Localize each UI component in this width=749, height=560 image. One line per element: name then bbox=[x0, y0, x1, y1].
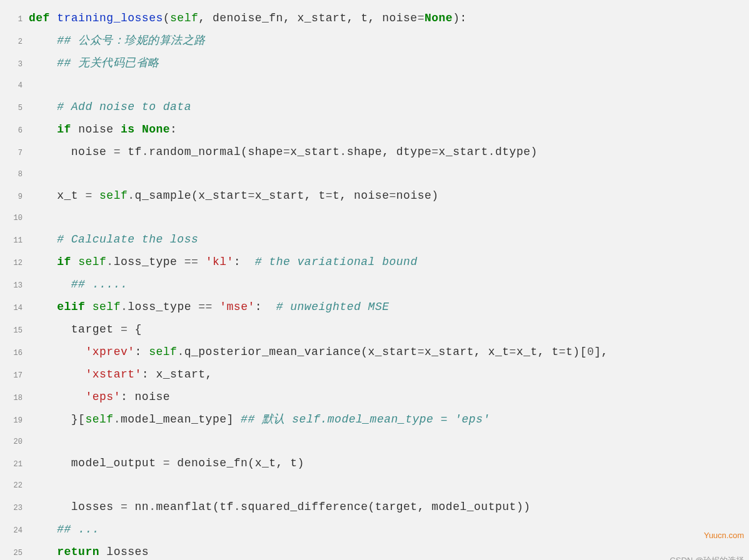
line-number: 5 bbox=[0, 98, 29, 119]
token: : bbox=[255, 301, 276, 313]
code-line: 2 ## 公众号：珍妮的算法之路 bbox=[0, 30, 749, 52]
code-content: if self.loss_type == 'kl': # the variati… bbox=[29, 251, 749, 272]
token bbox=[93, 189, 99, 202]
token: ( bbox=[163, 12, 170, 24]
line-number: 4 bbox=[0, 75, 29, 96]
token: }[ bbox=[29, 413, 85, 426]
token: # unweighted MSE bbox=[276, 301, 390, 313]
code-line: 25 return losses bbox=[0, 541, 749, 560]
token bbox=[29, 34, 57, 47]
token: model_mean_type] bbox=[121, 413, 241, 426]
code-content: model_output = denoise_fn(x_t, t) bbox=[29, 452, 749, 474]
token: random_normal(shape bbox=[149, 146, 283, 158]
code-line: 12 if self.loss_type == 'kl': # the vari… bbox=[0, 251, 749, 274]
line-number: 10 bbox=[0, 208, 29, 229]
code-line: 19 }[self.model_mean_type] ## 默认 self.mo… bbox=[0, 409, 749, 431]
token bbox=[29, 301, 57, 313]
token: loss_type bbox=[114, 256, 184, 268]
token: target bbox=[29, 323, 121, 336]
line-number: 19 bbox=[0, 410, 29, 431]
token: def bbox=[29, 12, 50, 24]
line-number: 6 bbox=[0, 120, 29, 141]
code-line: 17 'xstart': x_start, bbox=[0, 364, 749, 386]
line-number: 12 bbox=[0, 252, 29, 274]
code-line: 6 if noise is None: bbox=[0, 119, 749, 141]
token bbox=[85, 301, 92, 313]
token: None bbox=[142, 123, 170, 136]
line-number: 2 bbox=[0, 31, 29, 52]
code-content: elif self.loss_type == 'mse': # unweight… bbox=[29, 296, 749, 318]
token: x_start bbox=[439, 146, 488, 158]
line-number: 18 bbox=[0, 388, 29, 409]
token: denoise_fn(x_t, t) bbox=[170, 457, 304, 469]
code-line: 16 'xprev': self.q_posterior_mean_varian… bbox=[0, 341, 749, 364]
code-content: 'xprev': self.q_posterior_mean_variance(… bbox=[29, 341, 749, 362]
token bbox=[29, 233, 57, 246]
token bbox=[29, 368, 85, 381]
code-line: 7 noise = tf.random_normal(shape=x_start… bbox=[0, 141, 749, 164]
token: = bbox=[431, 146, 438, 158]
line-number: 14 bbox=[0, 298, 29, 319]
line-number: 21 bbox=[0, 454, 29, 475]
token: 'xstart' bbox=[85, 368, 141, 381]
line-number: 22 bbox=[0, 475, 29, 496]
token: == bbox=[184, 256, 199, 268]
token: . bbox=[149, 501, 156, 513]
token: x_t bbox=[29, 189, 85, 202]
token bbox=[50, 12, 57, 24]
token: = bbox=[85, 189, 92, 202]
token: training_losses bbox=[57, 12, 163, 24]
token: = bbox=[121, 323, 128, 336]
token: . bbox=[114, 413, 121, 426]
code-line: 9 x_t = self.q_sample(x_start=x_start, t… bbox=[0, 185, 749, 208]
token: q_posterior_mean_variance(x_start bbox=[184, 346, 418, 358]
code-line: 23 losses = nn.meanflat(tf.squared_diffe… bbox=[0, 496, 749, 519]
token: . bbox=[339, 146, 346, 158]
code-content: }[self.model_mean_type] ## 默认 self.model… bbox=[29, 409, 749, 430]
token: . bbox=[142, 146, 149, 158]
token: self bbox=[93, 301, 121, 313]
line-number: 24 bbox=[0, 520, 29, 541]
token bbox=[29, 256, 57, 268]
code-line: 4 bbox=[0, 75, 749, 96]
line-number: 1 bbox=[0, 9, 29, 30]
token bbox=[29, 278, 71, 291]
token: 'xprev' bbox=[85, 346, 134, 358]
token: ## 默认 self.model_mean_type = 'eps' bbox=[241, 413, 490, 426]
token: : bbox=[135, 346, 149, 358]
token: return bbox=[57, 546, 99, 558]
code-content: ## ..... bbox=[29, 274, 749, 295]
token: self bbox=[149, 346, 177, 358]
code-line: 5 # Add noise to data bbox=[0, 96, 749, 119]
code-content: if noise is None: bbox=[29, 119, 749, 140]
token: x_start bbox=[290, 146, 339, 158]
token: # the variational bound bbox=[255, 256, 418, 268]
line-number: 16 bbox=[0, 342, 29, 364]
token: = bbox=[418, 346, 425, 358]
code-content: target = { bbox=[29, 319, 749, 340]
token: : noise bbox=[121, 391, 170, 403]
code-lines: 1def training_losses(self, denoise_fn, x… bbox=[0, 8, 749, 560]
token: , denoise_fn, x_start, t, noise bbox=[198, 12, 417, 24]
token: is bbox=[121, 123, 135, 136]
token: ## ..... bbox=[71, 278, 128, 291]
token: self bbox=[99, 189, 128, 202]
line-number: 15 bbox=[0, 320, 29, 341]
token: model_output bbox=[29, 457, 163, 469]
token: tf bbox=[121, 146, 142, 158]
token: elif bbox=[57, 301, 85, 313]
token: noise) bbox=[396, 189, 439, 202]
token: : bbox=[234, 256, 255, 268]
code-line: 18 'eps': noise bbox=[0, 386, 749, 409]
token bbox=[29, 546, 57, 558]
code-block: 1def training_losses(self, denoise_fn, x… bbox=[0, 0, 749, 560]
code-line: 8 bbox=[0, 164, 749, 185]
code-line: 15 target = { bbox=[0, 319, 749, 341]
token: None bbox=[425, 12, 453, 24]
code-line: 3 ## 无关代码已省略 bbox=[0, 52, 749, 75]
code-content: # Add noise to data bbox=[29, 96, 749, 118]
token: x_t, t bbox=[516, 346, 559, 358]
code-line: 10 bbox=[0, 208, 749, 229]
token: 'eps' bbox=[85, 391, 121, 403]
code-line: 24 ## ... bbox=[0, 519, 749, 541]
